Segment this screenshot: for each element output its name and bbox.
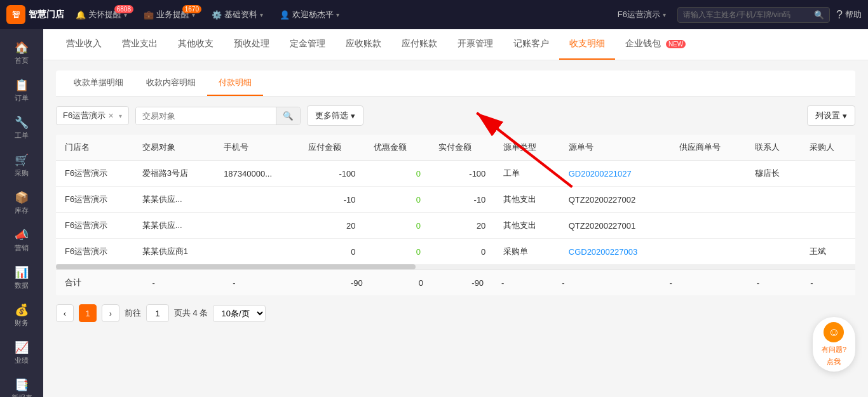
sidebar-label-finance: 财务: [15, 318, 29, 328]
finance-icon: 💰: [15, 303, 29, 317]
nav-settings-label: 基础资料: [224, 9, 257, 20]
col-header-source-type: 源单类型: [494, 135, 559, 161]
table-cell: [746, 213, 801, 239]
per-page-select[interactable]: 10条/页 20条/页 50条/页: [213, 305, 266, 322]
nav-alert[interactable]: 🔔 关怀提醒 6808 ▾: [71, 6, 132, 23]
search-box[interactable]: 🔍: [677, 7, 830, 23]
store-filter-tag[interactable]: F6运营演示 ✕ ▾: [56, 106, 129, 125]
sidebar-label-purchase: 采购: [15, 168, 29, 178]
alert-badge: 6808: [114, 5, 133, 13]
sidebar-item-newreport[interactable]: 📑 新报表: [3, 373, 41, 397]
subtab-receipt-detail[interactable]: 收款单据明细: [62, 71, 135, 96]
sidebar-item-purchase[interactable]: 🛒 采购: [3, 148, 41, 183]
sidebar-item-data[interactable]: 📊 数据: [3, 260, 41, 295]
sidebar-item-marketing[interactable]: 📣 营销: [3, 223, 41, 258]
main-tab-nav: 营业收入 营业支出 其他收支 预收处理 定金管理 应收账款 应付账款 开票管理: [43, 29, 868, 60]
sidebar-item-inventory[interactable]: 📦 库存: [3, 185, 41, 220]
search-input[interactable]: [683, 10, 810, 19]
counterparty-search-button[interactable]: 🔍: [276, 107, 300, 124]
table-cell: 采购单: [494, 239, 559, 265]
table-cell: [215, 213, 299, 239]
home-icon: 🏠: [15, 41, 29, 55]
tab-revenue[interactable]: 营业收入: [56, 29, 112, 60]
table-cell: -100: [430, 161, 494, 187]
subtab-payment-detail[interactable]: 付款明细: [207, 71, 263, 96]
logo[interactable]: 智 智慧门店: [6, 5, 64, 24]
source-no-link[interactable]: CGD20200227003: [569, 247, 637, 257]
tab-receivable[interactable]: 应收账款: [336, 29, 391, 60]
next-page-button[interactable]: ›: [102, 304, 119, 322]
subtab-receipt-content[interactable]: 收款内容明细: [135, 71, 207, 96]
search-icon: 🔍: [814, 10, 824, 20]
scrollbar-thumb[interactable]: [56, 264, 416, 269]
table-row: F6运营演示某某供应...20020其他支出QTZ20200227001: [56, 213, 855, 239]
top-nav: 智 智慧门店 🔔 关怀提醒 6808 ▾ 💼 业务提醒 1670 ▾ ⚙️ 基础…: [0, 0, 868, 29]
table-cell: 187340000...: [215, 161, 299, 187]
col-settings-chevron: ▾: [843, 111, 847, 121]
main-layout: 🏠 首页 📋 订单 🔧 工单 🛒 采购 📦 库存 📣 营销 📊 数据 💰: [0, 29, 868, 397]
nav-user[interactable]: 👤 欢迎杨杰平 ▾: [275, 6, 344, 23]
help-line1: 有问题?: [822, 345, 846, 354]
tab-customer[interactable]: 记账客户: [503, 29, 559, 60]
table-cell: 0: [365, 161, 430, 187]
nav-settings[interactable]: ⚙️ 基础资料 ▾: [207, 6, 268, 23]
tab-other[interactable]: 其他收支: [168, 29, 224, 60]
table-header-row: 门店名 交易对象 手机号 应付金额 优惠金额 实付金额 源单类型 源单号 供应商…: [56, 135, 855, 161]
total-purchaser: -: [801, 270, 855, 296]
col-header-supplier-no: 供应商单号: [670, 135, 746, 161]
orders-icon: 📋: [15, 78, 29, 92]
table-cell: 爱福路3号店: [133, 161, 215, 187]
sidebar: 🏠 首页 📋 订单 🔧 工单 🛒 采购 📦 库存 📣 营销 📊 数据 💰: [0, 29, 43, 397]
sidebar-item-performance[interactable]: 📈 业绩: [3, 335, 41, 370]
counterparty-filter[interactable]: 🔍: [135, 107, 301, 125]
table-cell: 王斌: [801, 239, 855, 265]
counterparty-input[interactable]: [136, 107, 276, 124]
store-tag-label: F6运营演示: [63, 110, 105, 121]
sub-tabs: 收款单据明细 收款内容明细 付款明细: [56, 71, 855, 97]
tab-payable[interactable]: 应付账款: [391, 29, 447, 60]
more-filter-button[interactable]: 更多筛选 ▾: [307, 105, 363, 126]
total-row: 合计 - - -90 0 -90 - - - - -: [56, 270, 855, 296]
table-cell[interactable]: GD20200221027: [560, 161, 671, 187]
user-icon: 👤: [280, 10, 290, 20]
goto-input[interactable]: [146, 304, 169, 322]
table-scrollbar[interactable]: [56, 264, 855, 269]
help-face-icon: ☺: [824, 322, 844, 342]
nav-task[interactable]: 💼 业务提醒 1670 ▾: [139, 6, 200, 23]
table-cell[interactable]: CGD20200227003: [560, 239, 671, 265]
total-contact: -: [748, 270, 802, 296]
tab-wallet[interactable]: 企业钱包 NEW: [615, 29, 696, 60]
table-cell: 20: [430, 213, 494, 239]
help-button[interactable]: ? 帮助: [836, 8, 862, 22]
tab-cashflow[interactable]: 收支明细: [559, 29, 615, 60]
sidebar-item-orders[interactable]: 📋 订单: [3, 73, 41, 108]
table-cell: F6运营演示: [56, 239, 133, 265]
sidebar-label-orders: 订单: [15, 93, 29, 103]
col-header-contact: 联系人: [746, 135, 801, 161]
store-filter-close[interactable]: ✕: [108, 112, 114, 120]
sidebar-item-home[interactable]: 🏠 首页: [3, 36, 41, 71]
sidebar-item-finance[interactable]: 💰 财务: [3, 298, 41, 333]
marketing-icon: 📣: [15, 228, 29, 242]
table-row: F6运营演示爱福路3号店187340000...-1000-100工单GD202…: [56, 161, 855, 187]
performance-icon: 📈: [15, 340, 29, 354]
nav-store[interactable]: F6运营演示 ▾: [613, 6, 671, 23]
tab-invoice[interactable]: 开票管理: [447, 29, 503, 60]
col-settings-button[interactable]: 列设置 ▾: [807, 105, 855, 126]
sidebar-item-workorders[interactable]: 🔧 工单: [3, 111, 41, 145]
table-cell: F6运营演示: [56, 161, 133, 187]
chevron-down-icon3: ▾: [260, 11, 263, 18]
col-header-discount: 优惠金额: [365, 135, 430, 161]
nav-user-label: 欢迎杨杰平: [292, 9, 334, 20]
tab-deposit[interactable]: 定金管理: [280, 29, 336, 60]
total-store: 合计: [56, 270, 143, 296]
table-cell: 20: [299, 213, 364, 239]
col-settings-label: 列设置: [815, 110, 840, 121]
current-page-button[interactable]: 1: [79, 304, 97, 322]
col-header-payable: 应付金额: [299, 135, 364, 161]
prev-page-button[interactable]: ‹: [56, 304, 74, 322]
source-no-link[interactable]: GD20200221027: [569, 169, 632, 178]
tab-expense[interactable]: 营业支出: [112, 29, 168, 60]
tab-prepay[interactable]: 预收处理: [224, 29, 280, 60]
help-widget[interactable]: ☺ 有问题? 点我: [813, 317, 855, 372]
